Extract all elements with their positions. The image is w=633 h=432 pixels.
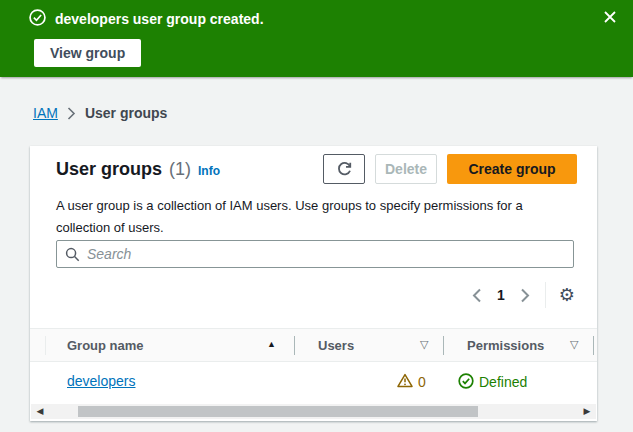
column-divider: [443, 336, 444, 355]
group-name-link[interactable]: developers: [67, 373, 136, 389]
column-header-group-name[interactable]: Group name: [67, 338, 144, 353]
scrollbar-thumb[interactable]: [78, 406, 478, 417]
page-title: User groups: [56, 159, 162, 180]
breadcrumb-chevron-icon: [67, 107, 76, 120]
success-flashbar: developers user group created. View grou…: [0, 0, 633, 77]
column-divider: [294, 336, 295, 355]
breadcrumb-current: User groups: [85, 105, 167, 121]
sort-ascending-icon[interactable]: ▲: [267, 340, 276, 349]
permissions-status: Defined: [479, 374, 527, 390]
scroll-right-icon[interactable]: ▶: [580, 404, 594, 419]
panel-description: A user group is a collection of IAM user…: [56, 195, 576, 239]
chevron-right-icon: [520, 288, 530, 303]
group-count: (1): [169, 159, 191, 180]
column-divider: [593, 336, 594, 355]
close-icon[interactable]: [602, 9, 618, 25]
column-header-users[interactable]: Users: [318, 338, 354, 353]
search-icon: [65, 247, 80, 262]
refresh-button[interactable]: [323, 154, 365, 184]
pagination: 1 ⚙: [472, 281, 575, 309]
info-link[interactable]: Info: [198, 164, 220, 178]
previous-page-button[interactable]: [472, 288, 482, 303]
refresh-icon: [336, 161, 353, 178]
chevron-left-icon: [472, 288, 482, 303]
pager-divider: [545, 282, 546, 308]
table-header: Group name ▲ Users ▽ Permissions ▽: [30, 328, 597, 362]
delete-button[interactable]: Delete: [375, 154, 437, 184]
page-number-button[interactable]: 1: [497, 287, 505, 303]
selection-column-divider: [45, 336, 46, 355]
search-box: [56, 240, 574, 268]
header-actions: Delete Create group: [323, 154, 577, 184]
breadcrumb: IAM User groups: [33, 105, 167, 121]
table-row: developers 0 Defined: [30, 362, 597, 402]
warning-triangle-icon: [397, 373, 413, 388]
user-groups-panel: User groups (1) Info Delete Create group…: [30, 146, 597, 421]
sort-icon-users[interactable]: ▽: [420, 339, 428, 350]
breadcrumb-link-iam[interactable]: IAM: [33, 105, 58, 121]
success-check-icon: [29, 9, 46, 26]
horizontal-scrollbar[interactable]: ◀ ▶: [31, 404, 596, 419]
settings-gear-icon[interactable]: ⚙: [559, 286, 575, 304]
column-header-permissions[interactable]: Permissions: [467, 338, 544, 353]
panel-header: User groups (1) Info: [56, 159, 220, 180]
view-group-button[interactable]: View group: [34, 39, 141, 67]
search-input[interactable]: [87, 246, 573, 262]
scroll-left-icon[interactable]: ◀: [33, 404, 47, 419]
next-page-button[interactable]: [520, 288, 530, 303]
sort-icon-permissions[interactable]: ▽: [570, 339, 578, 350]
flash-message: developers user group created.: [55, 11, 264, 27]
create-group-button[interactable]: Create group: [447, 154, 577, 184]
status-defined-icon: [458, 373, 474, 389]
users-count: 0: [418, 374, 426, 390]
